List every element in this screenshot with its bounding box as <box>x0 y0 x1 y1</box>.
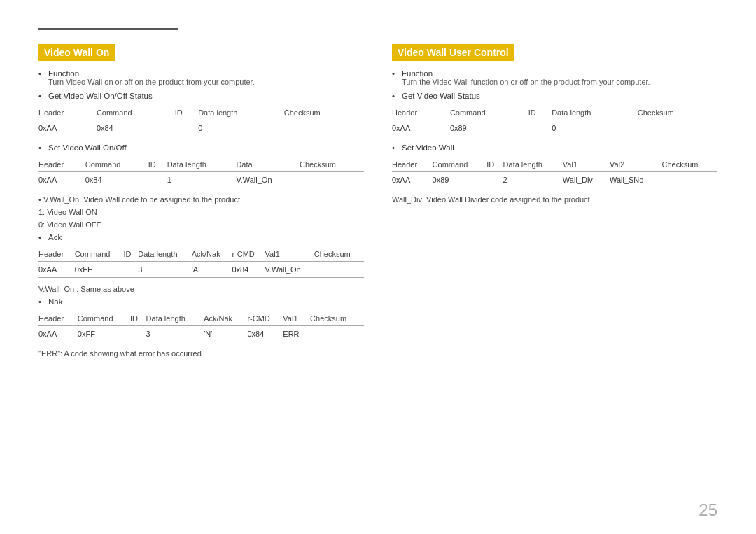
col-header: Command <box>97 106 175 120</box>
col-header: Checksum <box>638 106 718 120</box>
col-header: Command <box>75 247 124 262</box>
get-status-bullet-list: Get Video Wall On/Off Status <box>38 92 364 100</box>
col-header: Data length <box>167 157 237 172</box>
cell <box>314 262 364 278</box>
set-status-bullet-list: Set Video Wall On/Off <box>38 143 364 152</box>
col-header: r-CMD <box>247 311 283 326</box>
cell <box>528 120 552 136</box>
cell <box>310 326 364 342</box>
col-header: Checksum <box>284 106 364 120</box>
col-header: Command <box>433 157 487 172</box>
right-set-bullet-list: Set Video Wall <box>392 143 718 152</box>
cell: 0xAA <box>392 172 433 188</box>
col-header: Header <box>38 247 75 262</box>
cell: 0 <box>552 120 638 136</box>
col-header: Val1 <box>563 157 610 172</box>
table-row: 0xAA 0xFF 3 'N' 0x84 ERR <box>38 326 364 342</box>
right-section-title: Video Wall User Control <box>392 44 514 61</box>
ack-note: V.Wall_On : Same as above <box>38 285 364 293</box>
cell: 0x84 <box>85 172 148 188</box>
col-header: Checksum <box>300 157 364 172</box>
col-header: ID <box>123 247 138 262</box>
col-header: Command <box>85 157 148 172</box>
cell <box>175 120 198 136</box>
cell: 2 <box>503 172 563 188</box>
cell: 3 <box>138 262 191 278</box>
nak-table-wrapper: Header Command ID Data length Ack/Nak r-… <box>38 311 364 342</box>
col-header: Val1 <box>283 311 310 326</box>
cell: 0x89 <box>433 172 487 188</box>
right-set-bullet: Set Video Wall <box>392 143 718 152</box>
right-get-status-table-wrapper: Header Command ID Data length Checksum 0… <box>392 106 718 136</box>
cell: 'A' <box>192 262 232 278</box>
get-status-table-wrapper: Header Command ID Data length Checksum 0… <box>38 106 364 136</box>
cell: Wall_SNo <box>610 172 662 188</box>
right-column: Video Wall User Control Function Turn th… <box>392 44 718 362</box>
col-header: Data length <box>198 106 284 120</box>
col-header: Header <box>38 106 97 120</box>
set-status-bullet: Set Video Wall On/Off <box>38 143 364 152</box>
table-row: 0xAA 0x84 1 V.Wall_On <box>38 172 364 188</box>
left-section-title: Video Wall On <box>38 44 115 61</box>
cell: 0xAA <box>392 120 450 136</box>
ack-header-row: Header Command ID Data length Ack/Nak r-… <box>38 247 364 262</box>
right-wall-div-note: Wall_Div: Video Wall Divider code assign… <box>392 195 718 204</box>
set-status-table-wrapper: Header Command ID Data length Data Check… <box>38 157 364 188</box>
set-status-header-row: Header Command ID Data length Data Check… <box>38 157 364 172</box>
page-number: 25 <box>699 500 718 520</box>
cell: 3 <box>146 326 204 342</box>
nak-bullet-list: Nak <box>38 297 364 306</box>
col-header: r-CMD <box>232 247 265 262</box>
get-status-bullet: Get Video Wall On/Off Status <box>38 92 364 100</box>
cell <box>300 172 364 188</box>
right-get-status-bullet-list: Get Video Wall Status <box>392 92 718 100</box>
cell: 0x84 <box>247 326 283 342</box>
ack-table: Header Command ID Data length Ack/Nak r-… <box>38 247 364 278</box>
cell: 0 <box>198 120 284 136</box>
left-function-list: Function Turn Video Wall on or off on th… <box>38 69 364 86</box>
cell: ERR <box>283 326 310 342</box>
cell: 0x84 <box>232 262 265 278</box>
get-status-table: Header Command ID Data length Checksum 0… <box>38 106 364 136</box>
nak-bullet: Nak <box>38 297 364 306</box>
top-rule-thin <box>186 29 718 29</box>
nak-header-row: Header Command ID Data length Ack/Nak r-… <box>38 311 364 326</box>
col-header: Header <box>38 157 85 172</box>
cell: V.Wall_On <box>236 172 300 188</box>
cell: 0xAA <box>38 120 97 136</box>
cell <box>486 172 503 188</box>
col-header: Checksum <box>314 247 364 262</box>
cell: 0x89 <box>450 120 528 136</box>
right-get-status-table: Header Command ID Data length Checksum 0… <box>392 106 718 136</box>
col-header: Command <box>78 311 130 326</box>
cell: 0xFF <box>78 326 130 342</box>
table-row: 0xAA 0x84 0 <box>38 120 364 136</box>
col-header: Command <box>450 106 528 120</box>
table-row: 0xAA 0x89 0 <box>392 120 718 136</box>
ack-bullet: Ack <box>38 233 364 241</box>
right-function-item: Function Turn the Video Wall function on… <box>392 69 718 86</box>
top-rule-thick <box>38 28 178 30</box>
nak-table: Header Command ID Data length Ack/Nak r-… <box>38 311 364 342</box>
col-header: ID <box>486 157 503 172</box>
cell <box>638 120 718 136</box>
right-set-table: Header Command ID Data length Val1 Val2 … <box>392 157 718 188</box>
right-get-status-bullet: Get Video Wall Status <box>392 92 718 100</box>
cell <box>130 326 146 342</box>
col-header: Val1 <box>265 247 314 262</box>
cell <box>123 262 138 278</box>
left-function-item: Function Turn Video Wall on or off on th… <box>38 69 364 86</box>
cell: 0xAA <box>38 172 85 188</box>
cell: V.Wall_On <box>265 262 314 278</box>
col-header: Header <box>392 157 433 172</box>
note-vwall-off: 0: Video Wall OFF <box>38 220 364 229</box>
nak-note: "ERR": A code showing what error has occ… <box>38 349 364 358</box>
col-header: Header <box>392 106 450 120</box>
note-vwall-on-1: 1: Video Wall ON <box>38 208 364 216</box>
cell: 0x84 <box>97 120 175 136</box>
col-header: ID <box>175 106 198 120</box>
cell: 'N' <box>204 326 247 342</box>
col-header: ID <box>148 157 167 172</box>
col-header: Ack/Nak <box>192 247 232 262</box>
col-header: Header <box>38 311 78 326</box>
